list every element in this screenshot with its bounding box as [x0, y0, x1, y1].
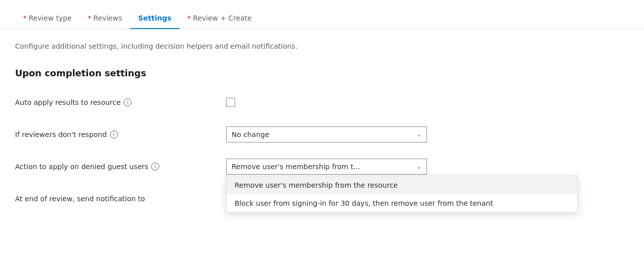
description-text: Configure additional settings, including…	[15, 41, 629, 52]
action-denied-dropdown-menu: Remove user's membership from the resour…	[226, 176, 578, 213]
action-denied-chevron-icon: ⌄	[416, 163, 421, 170]
if-reviewers-row: If reviewers don't respond i No change ⌄	[15, 124, 629, 145]
tab-review-create-label: Review + Create	[193, 14, 252, 22]
tab-review-create[interactable]: * Review + Create	[179, 8, 260, 29]
action-denied-info-icon[interactable]: i	[151, 163, 159, 171]
auto-apply-label: Auto apply results to resource i	[15, 98, 226, 106]
tab-reviews-required-star: *	[88, 14, 91, 22]
action-denied-option-remove-membership[interactable]: Remove user's membership from the resour…	[227, 176, 577, 194]
send-notification-label: At end of review, send notification to	[15, 195, 226, 203]
if-reviewers-label-text: If reviewers don't respond	[15, 130, 107, 139]
action-denied-dropdown[interactable]: Remove user's membership from t... ⌄	[226, 159, 427, 175]
if-reviewers-chevron-icon: ⌄	[416, 131, 421, 138]
option-remove-membership-label: Remove user's membership from the resour…	[235, 181, 398, 189]
tab-reviews[interactable]: * Reviews	[80, 8, 130, 29]
tab-reviews-label: Reviews	[93, 14, 122, 22]
if-reviewers-dropdown[interactable]: No change ⌄	[226, 126, 427, 143]
auto-apply-label-text: Auto apply results to resource	[15, 98, 121, 106]
tab-navigation: * Review type * Reviews Settings * Revie…	[0, 0, 644, 29]
action-denied-label-text: Action to apply on denied guest users	[15, 163, 148, 171]
auto-apply-checkbox[interactable]	[226, 98, 235, 107]
tab-review-create-required-star: *	[187, 14, 191, 22]
action-denied-dropdown-value: Remove user's membership from t...	[232, 163, 416, 171]
section-title: Upon completion settings	[15, 68, 629, 78]
if-reviewers-info-icon[interactable]: i	[110, 130, 118, 139]
tab-review-type-label: Review type	[29, 14, 72, 22]
tab-required-star: *	[23, 14, 27, 22]
tab-settings[interactable]: Settings	[130, 8, 179, 29]
tab-review-type[interactable]: * Review type	[15, 8, 80, 29]
auto-apply-row: Auto apply results to resource i	[15, 92, 629, 112]
if-reviewers-dropdown-value: No change	[232, 130, 416, 139]
action-denied-dropdown-container: Remove user's membership from t... ⌄ Rem…	[226, 159, 427, 175]
tab-settings-label: Settings	[138, 14, 171, 22]
option-block-user-label: Block user from signing-in for 30 days, …	[235, 199, 493, 207]
auto-apply-info-icon[interactable]: i	[124, 98, 132, 106]
action-denied-row: Action to apply on denied guest users i …	[15, 157, 629, 177]
main-content: Configure additional settings, including…	[0, 29, 644, 233]
action-denied-label: Action to apply on denied guest users i	[15, 163, 226, 171]
action-denied-option-block-user[interactable]: Block user from signing-in for 30 days, …	[227, 194, 577, 212]
if-reviewers-label: If reviewers don't respond i	[15, 130, 226, 139]
send-notification-label-text: At end of review, send notification to	[15, 195, 145, 203]
auto-apply-checkbox-wrapper	[226, 98, 235, 107]
page-container: * Review type * Reviews Settings * Revie…	[0, 0, 644, 276]
